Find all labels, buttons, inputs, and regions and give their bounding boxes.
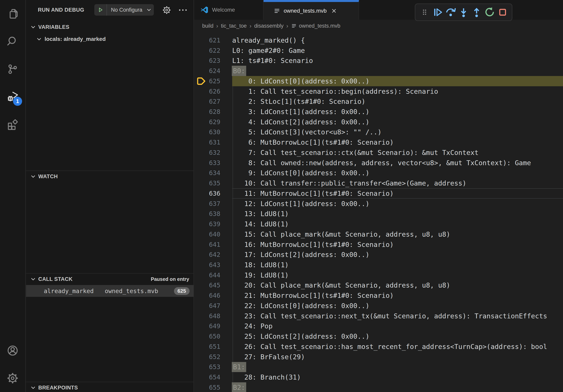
line-number[interactable]: 629 — [209, 117, 220, 127]
line-number[interactable]: 642 — [209, 249, 220, 260]
line-number[interactable]: 635 — [209, 178, 220, 188]
line-number[interactable]: 631 — [209, 137, 220, 147]
code-line-638[interactable]: 638 13: LdU8(1) — [194, 209, 563, 219]
step-over-button[interactable] — [445, 6, 457, 18]
gutter[interactable]: 637 — [194, 198, 232, 209]
gutter[interactable]: 650 — [194, 331, 232, 341]
code-line-652[interactable]: 652 27: BrFalse(29) — [194, 352, 563, 362]
code-line-631[interactable]: 631 6: MutBorrowLoc[1](ts#1#0: Scenario) — [194, 137, 563, 147]
call-stack-section-header[interactable]: CALL STACK Paused on entry — [26, 273, 193, 285]
gutter[interactable]: 642 — [194, 249, 232, 260]
more-actions-button[interactable] — [178, 6, 189, 15]
code-line-624[interactable]: 624B0: — [194, 66, 563, 76]
code-line-645[interactable]: 645 20: Call place_mark(&mut Scenario, a… — [194, 280, 563, 290]
code-line-647[interactable]: 647 22: LdConst[0](address: 0x00..) — [194, 301, 563, 311]
start-debug-button[interactable] — [94, 4, 107, 16]
line-number[interactable]: 652 — [209, 352, 220, 362]
sidebar-item-source-control[interactable] — [0, 55, 25, 83]
code-line-639[interactable]: 639 14: LdU8(1) — [194, 219, 563, 229]
gutter[interactable]: 626 — [194, 86, 232, 96]
breadcrumb-item-build[interactable]: build — [202, 23, 213, 29]
gutter[interactable]: 651 — [194, 341, 232, 352]
sidebar-item-search[interactable] — [0, 28, 25, 55]
code-line-627[interactable]: 627 2: StLoc[1](ts#1#0: Scenario) — [194, 96, 563, 107]
code-line-641[interactable]: 641 16: MutBorrowLoc[1](ts#1#0: Scenario… — [194, 239, 563, 250]
gutter[interactable]: 634 — [194, 168, 232, 178]
code-line-646[interactable]: 646 21: MutBorrowLoc[1](ts#1#0: Scenario… — [194, 290, 563, 301]
code-line-654[interactable]: 654 28: Branch(31) — [194, 372, 563, 382]
code-line-635[interactable]: 635 10: Call transfer::public_transfer<G… — [194, 178, 563, 188]
line-number[interactable]: 648 — [209, 311, 220, 321]
code-line-648[interactable]: 648 23: Call test_scenario::next_tx(&mut… — [194, 311, 563, 321]
code-line-636[interactable]: 636 11: MutBorrowLoc[1](ts#1#0: Scenario… — [194, 188, 563, 198]
restart-button[interactable] — [484, 6, 496, 18]
line-number[interactable]: 646 — [209, 290, 220, 301]
code-line-626[interactable]: 626 1: Call test_scenario::begin(address… — [194, 86, 563, 96]
line-number[interactable]: 634 — [209, 168, 220, 178]
gutter[interactable]: 655 — [194, 382, 232, 392]
line-number[interactable]: 638 — [209, 209, 220, 219]
line-number[interactable]: 633 — [209, 158, 220, 168]
variables-section-header[interactable]: VARIABLES — [26, 21, 193, 33]
breakpoints-section-header[interactable]: BREAKPOINTS — [26, 382, 193, 392]
code-line-630[interactable]: 630 5: LdConst[3](vector<u8>: "" /..) — [194, 127, 563, 137]
gutter[interactable]: 631 — [194, 137, 232, 147]
step-out-button[interactable] — [471, 6, 483, 18]
gutter[interactable]: 636 — [194, 188, 232, 198]
line-number[interactable]: 639 — [209, 219, 220, 229]
code-line-633[interactable]: 633 8: Call owned::new(address, address,… — [194, 158, 563, 168]
line-number[interactable]: 647 — [209, 301, 220, 311]
line-number[interactable]: 640 — [209, 229, 220, 239]
line-number[interactable]: 653 — [209, 362, 220, 372]
code-line-653[interactable]: 653B1: — [194, 362, 563, 372]
settings-button[interactable] — [0, 364, 25, 392]
line-number[interactable]: 645 — [209, 280, 220, 290]
gutter[interactable]: 624 — [194, 66, 232, 76]
toolbar-drag-handle[interactable] — [418, 6, 431, 18]
line-number[interactable]: 655 — [209, 382, 220, 392]
watch-section-header[interactable]: WATCH — [26, 170, 193, 182]
breadcrumb-item-tic-tac-toe[interactable]: tic_tac_toe — [221, 23, 247, 29]
gutter[interactable]: 640 — [194, 229, 232, 239]
sidebar-item-run-and-debug[interactable]: 1 — [0, 83, 25, 111]
line-number[interactable]: 636 — [209, 188, 220, 198]
code-line-643[interactable]: 643 18: LdU8(1) — [194, 260, 563, 270]
gutter[interactable]: 649 — [194, 321, 232, 331]
launch-configuration-dropdown[interactable]: No Configura — [94, 4, 154, 16]
gutter[interactable]: 625 — [194, 76, 232, 86]
gutter[interactable]: 654 — [194, 372, 232, 382]
gutter[interactable]: 621 — [194, 35, 232, 45]
gutter[interactable]: 643 — [194, 260, 232, 270]
gutter[interactable]: 630 — [194, 127, 232, 137]
stop-button[interactable] — [497, 6, 509, 18]
line-number[interactable]: 627 — [209, 96, 220, 107]
line-number[interactable]: 622 — [209, 45, 220, 56]
gutter[interactable]: 652 — [194, 352, 232, 362]
line-number[interactable]: 637 — [209, 198, 220, 209]
code-editor[interactable]: 621already_marked() {622L0: game#2#0: Ga… — [194, 32, 563, 392]
line-number[interactable]: 628 — [209, 107, 220, 117]
step-into-button[interactable] — [458, 6, 470, 18]
code-line-649[interactable]: 649 24: Pop — [194, 321, 563, 331]
line-number[interactable]: 650 — [209, 331, 220, 341]
gutter[interactable]: 646 — [194, 290, 232, 301]
sidebar-item-extensions[interactable] — [0, 111, 25, 138]
breadcrumb-item-file[interactable]: owned_tests.mvb — [291, 23, 340, 29]
code-line-621[interactable]: 621already_marked() { — [194, 35, 563, 45]
debug-settings-gear-icon[interactable] — [162, 6, 171, 15]
code-line-637[interactable]: 637 12: LdConst[1](address: 0x00..) — [194, 198, 563, 209]
code-line-634[interactable]: 634 9: LdConst[0](address: 0x00..) — [194, 168, 563, 178]
line-number[interactable]: 641 — [209, 239, 220, 250]
line-number[interactable]: 649 — [209, 321, 220, 331]
line-number[interactable]: 654 — [209, 372, 220, 382]
gutter[interactable]: 629 — [194, 117, 232, 127]
code-line-642[interactable]: 642 17: LdConst[2](address: 0x00..) — [194, 249, 563, 260]
line-number[interactable]: 624 — [209, 66, 220, 76]
line-number[interactable]: 626 — [209, 86, 220, 96]
code-line-640[interactable]: 640 15: Call place_mark(&mut Scenario, a… — [194, 229, 563, 239]
code-line-623[interactable]: 623L1: ts#1#0: Scenario — [194, 55, 563, 66]
code-line-625[interactable]: 625 0: LdConst[0](address: 0x00..) — [194, 76, 563, 86]
sidebar-item-explorer[interactable] — [0, 0, 25, 28]
code-line-651[interactable]: 651 26: Call test_scenario::has_most_rec… — [194, 341, 563, 352]
tab-welcome[interactable]: Welcome — [194, 0, 264, 20]
